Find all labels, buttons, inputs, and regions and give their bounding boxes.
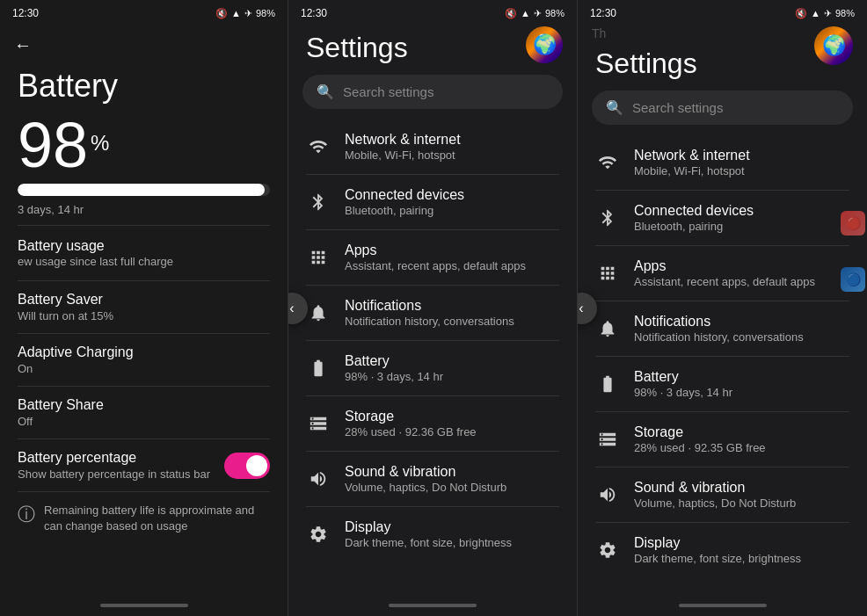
search-text-2: Search settings [343, 84, 434, 99]
battery-bar [18, 184, 270, 196]
settings-item-storage-2[interactable]: Storage 28% used · 92.36 GB free [288, 396, 577, 451]
battery-status-3: 98% [835, 8, 855, 18]
battery-page-title: Battery [0, 59, 288, 110]
notifications-text-3: Notifications Notification history, conv… [634, 314, 804, 344]
sound-desc-3: Volume, haptics, Do Not Disturb [634, 496, 796, 510]
bluetooth-name-3: Connected devices [634, 203, 754, 219]
avatar-3[interactable]: 🌍 [814, 26, 853, 65]
battery-desc-2: 98% · 3 days, 14 hr [345, 370, 443, 383]
apps-desc-3: Assistant, recent apps, default apps [634, 275, 815, 288]
wifi-icon-2: ▲ [521, 8, 530, 18]
battery-text-2: Battery 98% · 3 days, 14 hr [345, 353, 443, 383]
notifications-desc-2: Notification history, conversations [345, 315, 514, 328]
bluetooth-text-2: Connected devices Bluetooth, pairing [345, 187, 464, 217]
search-icon-3: 🔍 [606, 99, 623, 116]
settings-item-notifications-3[interactable]: Notifications Notification history, conv… [578, 301, 867, 356]
bluetooth-text-3: Connected devices Bluetooth, pairing [634, 203, 754, 233]
status-bar-1: 12:30 🔇 ▲ ✈ 98% [0, 0, 288, 25]
bluetooth-settings-icon-2 [306, 190, 331, 214]
search-bar-2[interactable]: 🔍 Search settings [302, 75, 563, 109]
avatar-2[interactable]: 🌍 [526, 26, 563, 63]
notifications-name-3: Notifications [634, 314, 804, 330]
back-button[interactable]: ← [0, 25, 288, 59]
mute-icon-3: 🔇 [795, 8, 807, 19]
bluetooth-name-2: Connected devices [345, 187, 464, 203]
settings-item-battery-2[interactable]: Battery 98% · 3 days, 14 hr [288, 341, 577, 395]
battery-saver-item[interactable]: Battery Saver Will turn on at 15% [0, 281, 288, 333]
display-text-2: Display Dark theme, font size, brightnes… [345, 519, 512, 549]
display-desc-2: Dark theme, font size, brightness [345, 536, 512, 549]
apps-settings-icon-2 [306, 245, 331, 270]
search-text-3: Search settings [632, 100, 723, 115]
avatar-icon-3: 🌍 [822, 34, 846, 57]
status-time-3: 12:30 [590, 7, 616, 19]
settings-list-2: Network & internet Mobile, Wi-Fi, hotspo… [288, 120, 577, 616]
settings-item-apps-3[interactable]: Apps Assistant, recent apps, default app… [578, 246, 867, 301]
battery-share-sub: Off [18, 415, 270, 428]
bluetooth-settings-icon-3 [595, 206, 620, 230]
settings-item-network-3[interactable]: Network & internet Mobile, Wi-Fi, hotspo… [578, 135, 867, 190]
settings-item-display-3[interactable]: Display Dark theme, font size, brightnes… [578, 523, 867, 577]
wifi-icon: ▲ [231, 8, 241, 18]
settings-item-apps-2[interactable]: Apps Assistant, recent apps, default app… [288, 230, 577, 285]
sound-desc-2: Volume, haptics, Do Not Disturb [345, 481, 506, 494]
mute-icon: 🔇 [215, 8, 228, 19]
storage-desc-3: 28% used · 92.35 GB free [634, 441, 766, 454]
battery-usage-sub: ew usage since last full charge [18, 255, 173, 268]
adaptive-charging-title: Adaptive Charging [18, 344, 270, 360]
bg-app-2: 🔵 [841, 267, 865, 292]
battery-pct-sub: Show battery percentage in status bar [18, 467, 210, 481]
storage-text-2: Storage 28% used · 92.36 GB free [345, 409, 477, 438]
settings-item-bluetooth-2[interactable]: Connected devices Bluetooth, pairing [288, 175, 577, 229]
mute-icon-2: 🔇 [505, 8, 517, 19]
battery-settings-icon-3 [595, 372, 620, 396]
bluetooth-desc-2: Bluetooth, pairing [345, 204, 464, 217]
airplane-icon-3: ✈ [824, 8, 832, 19]
battery-bar-fill [18, 184, 265, 196]
status-bar-3: 12:30 🔇 ▲ ✈ 98% [578, 0, 867, 25]
notifications-desc-3: Notification history, conversations [634, 330, 804, 344]
settings-item-sound-3[interactable]: Sound & vibration Volume, haptics, Do No… [578, 467, 867, 522]
airplane-icon: ✈ [244, 8, 252, 19]
settings-item-battery-3[interactable]: Battery 98% · 3 days, 14 hr [578, 357, 867, 411]
network-text-2: Network & internet Mobile, Wi-Fi, hotspo… [345, 132, 461, 162]
battery-panel: 12:30 🔇 ▲ ✈ 98% ← Battery 98 % 3 days, 1… [0, 0, 288, 616]
chevron-left-icon-2: ‹ [289, 301, 294, 316]
settings-item-sound-2[interactable]: Sound & vibration Volume, haptics, Do No… [288, 452, 577, 506]
battery-usage-item[interactable]: Battery usage ew usage since last full c… [0, 226, 288, 280]
settings-item-network-2[interactable]: Network & internet Mobile, Wi-Fi, hotspo… [288, 120, 577, 174]
settings-item-bluetooth-3[interactable]: Connected devices Bluetooth, pairing [578, 191, 867, 245]
apps-text-2: Apps Assistant, recent apps, default app… [345, 243, 526, 272]
notifications-settings-icon-3 [595, 316, 620, 341]
notifications-text-2: Notifications Notification history, conv… [345, 298, 514, 328]
settings-item-notifications-2[interactable]: Notifications Notification history, conv… [288, 286, 577, 340]
wifi-icon-3: ▲ [811, 8, 820, 18]
battery-percentage-toggle[interactable] [224, 453, 270, 479]
display-settings-icon-2 [306, 522, 331, 547]
adaptive-charging-sub: On [18, 362, 270, 375]
bg-app-1: 🔴 [841, 211, 865, 236]
status-time-1: 12:30 [12, 7, 39, 19]
wifi-settings-icon-2 [306, 134, 331, 159]
apps-desc-2: Assistant, recent apps, default apps [345, 259, 526, 272]
bottom-nav-line-3 [679, 604, 767, 607]
battery-share-item[interactable]: Battery Share Off [0, 387, 288, 438]
apps-name-2: Apps [345, 243, 526, 258]
storage-desc-2: 28% used · 92.36 GB free [345, 425, 477, 438]
battery-status-2: 98% [545, 8, 565, 18]
adaptive-charging-item[interactable]: Adaptive Charging On [0, 334, 288, 386]
network-name-3: Network & internet [634, 148, 750, 163]
apps-text-3: Apps Assistant, recent apps, default app… [634, 258, 815, 288]
battery-settings-icon-2 [306, 356, 331, 380]
settings-item-storage-3[interactable]: Storage 28% used · 92.35 GB free [578, 412, 867, 467]
network-text-3: Network & internet Mobile, Wi-Fi, hotspo… [634, 148, 750, 178]
settings-item-display-2[interactable]: Display Dark theme, font size, brightnes… [288, 507, 577, 562]
battery-number: 98 [18, 113, 88, 177]
battery-time: 3 days, 14 hr [0, 199, 288, 225]
search-bar-3[interactable]: 🔍 Search settings [592, 91, 853, 125]
storage-text-3: Storage 28% used · 92.35 GB free [634, 424, 766, 454]
chevron-left-icon-3: ‹ [579, 301, 583, 316]
sound-name-2: Sound & vibration [345, 464, 506, 480]
bottom-nav-line-2 [389, 604, 477, 607]
display-settings-icon-3 [595, 538, 620, 562]
